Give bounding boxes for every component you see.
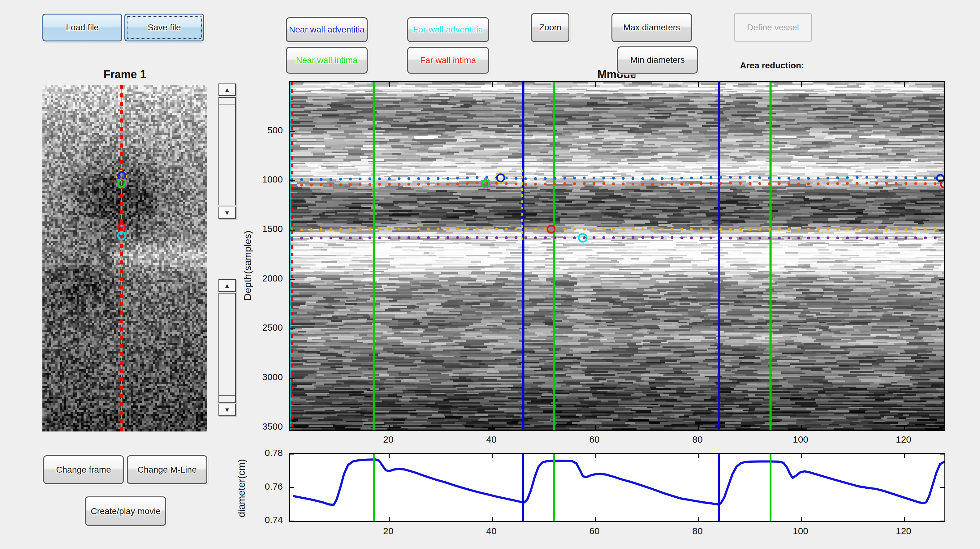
frame-scrollbar[interactable]: ▲ ▼ <box>218 84 236 219</box>
diameter-x-tick: 120 <box>891 526 916 536</box>
change-mline-label: Change M-Line <box>137 465 197 475</box>
load-file-label: Load file <box>66 22 99 32</box>
frame-ultrasound-image <box>42 85 207 432</box>
mmode-y-tick: 3500 <box>246 421 283 432</box>
mmode-x-tick: 60 <box>582 434 607 445</box>
near-wall-adventitia-label: Near wall adventitia <box>289 25 364 35</box>
up-arrow-icon: ▲ <box>224 282 230 289</box>
diameter-y-tick: 0.78 <box>243 447 283 458</box>
diameter-x-tick: 20 <box>376 526 401 536</box>
mmode-image <box>290 82 944 430</box>
down-arrow-icon: ▼ <box>224 209 230 216</box>
mmode-x-tick: 100 <box>788 434 813 445</box>
mmode-y-tick: 2000 <box>246 273 283 284</box>
create-play-movie-label: Create/play movie <box>91 506 161 516</box>
max-diameters-label: Max diameters <box>623 22 680 32</box>
scroll-down-button[interactable]: ▼ <box>218 206 236 219</box>
far-wall-intima-label: Far wall intima <box>420 56 476 65</box>
mmode-x-tick: 20 <box>376 434 401 445</box>
up-arrow-icon: ▲ <box>224 86 230 94</box>
near-wall-intima-label: Near wall intima <box>296 56 357 65</box>
define-vessel-label: Define vessel <box>747 22 799 32</box>
mmode-y-tick: 3000 <box>246 372 283 382</box>
down-arrow-icon: ▼ <box>224 406 230 414</box>
near-wall-adventitia-button[interactable]: Near wall adventitia <box>286 17 368 42</box>
frame-speckle-canvas <box>42 85 207 432</box>
save-file-label: Save file <box>148 22 181 32</box>
diameter-y-tick: 0.76 <box>243 481 283 492</box>
define-vessel-button[interactable]: Define vessel <box>734 13 812 42</box>
mmode-title: Mmode <box>289 68 945 81</box>
mmode-y-tick: 1000 <box>246 174 283 185</box>
diameter-curve <box>290 454 944 521</box>
change-mline-button[interactable]: Change M-Line <box>127 455 207 484</box>
min-diameters-button[interactable]: Min diameters <box>617 46 698 74</box>
scroll-up-button[interactable]: ▲ <box>218 84 236 96</box>
mmode-x-tick: 40 <box>479 434 504 445</box>
mmode-y-tick: 1500 <box>246 224 283 234</box>
mmode-x-tick: 80 <box>685 434 710 445</box>
diameter-x-tick: 100 <box>788 526 813 536</box>
mmode-plot[interactable] <box>289 81 945 431</box>
scrollbar-track[interactable] <box>218 97 236 205</box>
scrollbar-thumb[interactable] <box>218 395 236 403</box>
create-play-movie-button[interactable]: Create/play movie <box>85 497 166 526</box>
mmode-x-tick: 120 <box>891 434 916 445</box>
change-frame-button[interactable]: Change frame <box>43 455 124 484</box>
vessel-tracking-app: Load file Save file Near wall adventitia… <box>0 0 980 549</box>
diameter-plot <box>289 453 945 522</box>
load-file-button[interactable]: Load file <box>42 14 122 41</box>
scrollbar-track[interactable] <box>218 293 236 395</box>
diameter-y-tick: 0.74 <box>243 515 283 525</box>
zoom-button[interactable]: Zoom <box>531 13 570 42</box>
scroll-up-button[interactable]: ▲ <box>218 279 236 292</box>
diameter-x-tick: 80 <box>685 526 710 536</box>
frame-title: Frame 1 <box>42 68 207 81</box>
scrollbar-thumb[interactable] <box>218 97 236 105</box>
zoom-label: Zoom <box>539 22 561 32</box>
save-file-button[interactable]: Save file <box>124 14 204 41</box>
max-diameters-button[interactable]: Max diameters <box>611 13 692 42</box>
far-wall-adventitia-button[interactable]: Far wall adventitia <box>407 17 489 42</box>
min-diameters-label: Min diameters <box>630 55 685 65</box>
change-frame-label: Change frame <box>56 465 111 475</box>
diameter-x-tick: 60 <box>582 526 607 536</box>
scroll-down-button[interactable]: ▼ <box>218 404 236 416</box>
far-wall-adventitia-label: Far wall adventitia <box>413 25 483 35</box>
mline-scrollbar[interactable]: ▲ ▼ <box>218 279 236 416</box>
diameter-x-tick: 40 <box>479 526 504 536</box>
mmode-y-tick: 500 <box>246 125 283 135</box>
mmode-y-tick: 2500 <box>246 322 283 333</box>
